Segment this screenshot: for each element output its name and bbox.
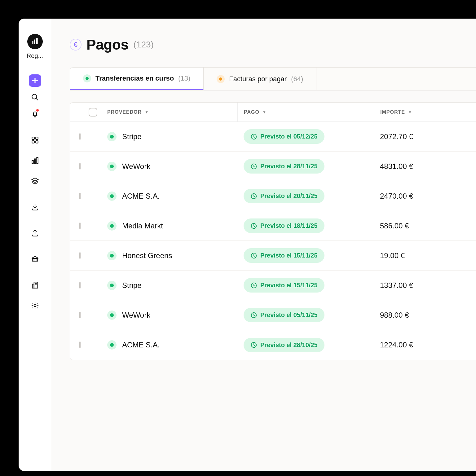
svg-rect-11 xyxy=(34,282,37,288)
svg-rect-9 xyxy=(34,159,35,164)
sort-caret-icon: ▼ xyxy=(408,110,412,114)
tab-1[interactable]: Facturas por pagar(64) xyxy=(204,68,316,90)
vendor-name: ACME S.A. xyxy=(122,192,160,201)
payment-date: Previsto el 15/11/25 xyxy=(260,282,318,289)
payment-date: Previsto el 15/11/25 xyxy=(260,252,318,259)
nav-apps[interactable] xyxy=(29,134,41,146)
table-row[interactable]: StripePrevisto el 05/12/252072.70 € xyxy=(70,122,476,152)
row-checkbox[interactable] xyxy=(79,282,81,289)
search-icon xyxy=(31,93,39,101)
app-logo[interactable] xyxy=(27,34,43,49)
row-checkbox[interactable] xyxy=(79,223,81,229)
nav-layers[interactable] xyxy=(29,175,41,187)
svg-point-13 xyxy=(34,305,36,307)
select-all-checkbox[interactable] xyxy=(89,108,97,117)
payment-status-pill: Previsto el 20/11/25 xyxy=(244,189,324,203)
vendor-name: Media Markt xyxy=(122,222,163,230)
sidebar: Reg... xyxy=(19,19,51,471)
svg-rect-1 xyxy=(34,40,35,44)
sidebar-group-1 xyxy=(29,131,41,187)
svg-rect-4 xyxy=(32,137,34,139)
col-header-amount[interactable]: IMPORTE ▼ xyxy=(374,103,476,121)
download-icon xyxy=(31,203,39,211)
vendor-name: Stripe xyxy=(122,281,142,290)
notifications-button[interactable] xyxy=(29,108,41,120)
row-checkbox[interactable] xyxy=(79,342,81,348)
nav-settings[interactable] xyxy=(29,299,41,312)
payment-status-pill: Previsto el 28/10/25 xyxy=(244,338,324,352)
amount: 1337.00 € xyxy=(374,281,476,290)
col-header-provider-label: PROVEEDOR xyxy=(107,109,142,115)
table-row[interactable]: StripePrevisto el 15/11/251337.00 € xyxy=(70,271,476,300)
row-checkbox[interactable] xyxy=(79,133,81,140)
payment-status-pill: Previsto el 28/11/25 xyxy=(244,159,324,174)
nav-download[interactable] xyxy=(29,201,41,213)
sidebar-group-2 xyxy=(29,198,41,213)
table-row[interactable]: Honest GreensPrevisto el 15/11/2519.00 € xyxy=(70,241,476,271)
status-dot-icon xyxy=(107,192,117,201)
tabs: Transferencias en curso(13)Facturas por … xyxy=(70,67,476,90)
table-row[interactable]: Media MarktPrevisto el 18/11/25586.00 € xyxy=(70,211,476,241)
table-header: PROVEEDOR ▼ PAGO ▼ IMPORTE ▼ xyxy=(70,103,476,122)
payment-status-pill: Previsto el 05/11/25 xyxy=(244,308,324,322)
currency-badge: € xyxy=(70,39,82,51)
payment-status-pill: Previsto el 15/11/25 xyxy=(244,278,324,293)
upload-icon xyxy=(31,229,39,237)
bank-icon xyxy=(31,255,39,263)
row-checkbox[interactable] xyxy=(79,312,81,318)
gear-icon xyxy=(31,302,39,310)
amount: 586.00 € xyxy=(374,222,476,230)
tab-label: Facturas por pagar xyxy=(229,75,287,83)
vendor-name: ACME S.A. xyxy=(122,341,160,349)
notification-dot-icon xyxy=(36,108,39,112)
row-checkbox[interactable] xyxy=(79,252,81,259)
col-header-payment-label: PAGO xyxy=(244,109,259,115)
sidebar-group-3 xyxy=(29,224,41,239)
bars-icon xyxy=(31,156,39,165)
row-checkbox[interactable] xyxy=(79,193,81,199)
clock-icon xyxy=(250,312,257,319)
status-dot-icon xyxy=(107,132,117,141)
amount: 2072.70 € xyxy=(374,132,476,141)
status-dot-icon xyxy=(217,75,225,83)
vendor-name: Stripe xyxy=(122,132,142,141)
table-row[interactable]: WeWorkPrevisto el 28/11/254831.00 € xyxy=(70,152,476,181)
status-dot-icon xyxy=(107,281,117,290)
sidebar-group-5 xyxy=(29,276,41,312)
payment-date: Previsto el 28/10/25 xyxy=(260,342,318,349)
search-button[interactable] xyxy=(29,91,41,104)
building-icon xyxy=(31,281,39,289)
tab-label: Transferencias en curso xyxy=(95,74,174,82)
main-content: € Pagos (123) Transferencias en curso(13… xyxy=(51,19,476,471)
amount: 2470.00 € xyxy=(374,192,476,201)
amount: 988.00 € xyxy=(374,311,476,320)
table-row[interactable]: ACME S.A.Previsto el 28/10/251224.00 € xyxy=(70,330,476,360)
nav-company[interactable] xyxy=(29,279,41,291)
tab-count: (64) xyxy=(291,75,303,83)
clock-icon xyxy=(250,223,257,229)
add-button[interactable] xyxy=(29,74,41,87)
row-checkbox[interactable] xyxy=(79,163,81,170)
nav-upload[interactable] xyxy=(29,227,41,239)
clock-icon xyxy=(250,252,257,259)
sort-caret-icon: ▼ xyxy=(262,110,267,114)
status-dot-icon xyxy=(107,162,117,171)
clock-icon xyxy=(250,193,257,200)
table-row[interactable]: ACME S.A.Previsto el 20/11/252470.00 € xyxy=(70,181,476,211)
nav-bank[interactable] xyxy=(29,253,41,265)
svg-rect-12 xyxy=(32,284,34,288)
page-title: Pagos xyxy=(86,36,129,53)
col-header-provider[interactable]: PROVEEDOR ▼ xyxy=(101,109,237,115)
nav-analytics[interactable] xyxy=(29,154,41,167)
col-header-payment[interactable]: PAGO ▼ xyxy=(237,103,374,121)
vendor-name: WeWork xyxy=(122,162,150,171)
tab-count: (13) xyxy=(178,74,190,82)
logo-label: Reg... xyxy=(26,52,44,60)
logo-icon xyxy=(31,37,39,46)
svg-rect-2 xyxy=(36,38,38,44)
tab-0[interactable]: Transferencias en curso(13) xyxy=(70,68,204,90)
svg-rect-7 xyxy=(36,141,38,143)
plus-icon xyxy=(31,77,39,85)
amount: 4831.00 € xyxy=(374,162,476,171)
table-row[interactable]: WeWorkPrevisto el 05/11/25988.00 € xyxy=(70,300,476,330)
